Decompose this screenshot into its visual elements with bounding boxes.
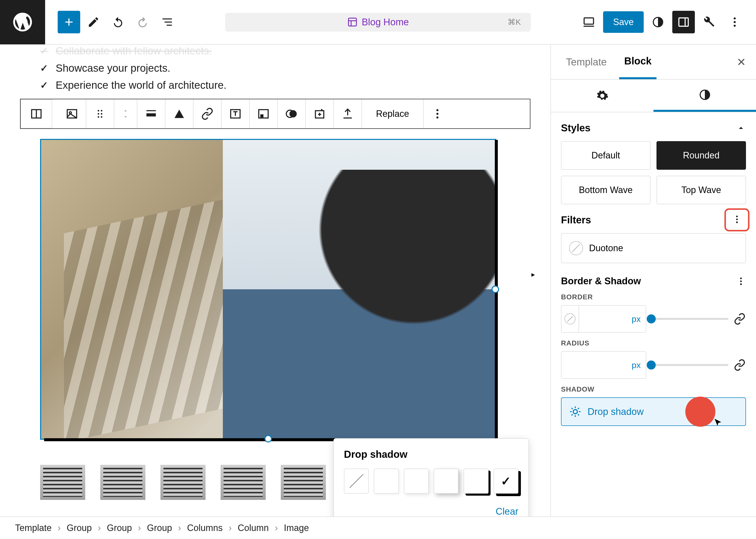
block-options-button[interactable]: [423, 99, 451, 128]
duotone-button[interactable]: [278, 99, 306, 128]
list-item[interactable]: ✓Experience the world of architecture.: [40, 79, 551, 91]
desktop-icon: [582, 16, 595, 28]
subtab-styles[interactable]: [653, 80, 756, 112]
gallery-thumb[interactable]: [100, 465, 145, 500]
gallery-thumb[interactable]: [281, 465, 326, 500]
save-button[interactable]: Save: [603, 11, 644, 33]
upload-button[interactable]: [334, 99, 362, 128]
unlink-icon[interactable]: [733, 313, 746, 325]
border-shadow-heading: Border & Shadow: [561, 276, 641, 286]
radius-label: RADIUS: [561, 339, 746, 347]
view-button[interactable]: [577, 11, 600, 33]
align-icon: [145, 108, 157, 120]
svg-point-29: [436, 116, 438, 118]
crumb[interactable]: Template: [15, 523, 52, 533]
resize-handle-bottom[interactable]: [265, 435, 272, 442]
settings-sidebar-button[interactable]: [672, 11, 695, 33]
shadow-preset-sharp[interactable]: [434, 469, 458, 494]
unlink-icon[interactable]: [733, 359, 746, 371]
align-button[interactable]: [137, 99, 166, 128]
wordpress-logo[interactable]: [0, 0, 45, 44]
more-vertical-icon[interactable]: [736, 276, 746, 286]
border-width-input[interactable]: px: [579, 306, 646, 332]
link-button[interactable]: [193, 99, 222, 128]
shadow-preset-natural[interactable]: [374, 469, 399, 494]
gallery-thumb[interactable]: [40, 465, 85, 500]
document-title-bar[interactable]: Blog Home ⌘K: [225, 13, 531, 32]
gallery-thumb[interactable]: [221, 465, 266, 500]
upload-icon: [341, 108, 354, 120]
list-view-icon: [161, 16, 174, 28]
shadow-preset-none[interactable]: [344, 469, 369, 494]
drop-shadow-popover: Drop shadow Clear: [334, 438, 529, 516]
cursor-indicator: ▸: [531, 270, 535, 278]
more-vertical-icon[interactable]: [732, 214, 742, 224]
image-block[interactable]: [40, 139, 496, 440]
svg-rect-6: [679, 18, 688, 26]
more-vertical-icon: [728, 16, 741, 28]
caption-button[interactable]: [166, 99, 193, 128]
editor-canvas[interactable]: ✓Collaborate with fellow architects. ✓Sh…: [0, 44, 551, 516]
radius-slider[interactable]: [651, 364, 728, 366]
duotone-filter-button[interactable]: Duotone: [561, 233, 746, 263]
add-block-button[interactable]: [58, 11, 80, 33]
border-width-slider[interactable]: [651, 318, 728, 320]
shadow-preset-crisp[interactable]: [493, 469, 518, 494]
svg-rect-3: [584, 18, 594, 24]
undo-button[interactable]: [107, 11, 129, 33]
popover-title: Drop shadow: [344, 449, 518, 460]
click-indicator: [685, 397, 716, 427]
block-type-button[interactable]: [58, 99, 86, 128]
svg-point-8: [734, 17, 736, 19]
sidebar-icon: [677, 16, 690, 28]
list-view-button[interactable]: [156, 11, 179, 33]
global-styles-button[interactable]: [647, 11, 669, 33]
drop-shadow-button[interactable]: Drop shadow: [561, 397, 746, 426]
border-color-button[interactable]: [562, 306, 579, 332]
crumb[interactable]: Column: [238, 523, 269, 533]
drag-handle[interactable]: [86, 99, 114, 128]
tab-block[interactable]: Block: [619, 44, 656, 79]
text-overlay-icon: [229, 108, 242, 120]
crumb[interactable]: Columns: [187, 523, 223, 533]
list-item[interactable]: ✓Showcase your projects.: [40, 62, 551, 74]
chevron-up-icon[interactable]: [736, 123, 746, 133]
style-option-default[interactable]: Default: [561, 141, 650, 170]
redo-button[interactable]: [131, 11, 154, 33]
options-button[interactable]: [723, 11, 746, 33]
resize-handle-right[interactable]: [491, 285, 499, 293]
list-item[interactable]: ✓Collaborate with fellow architects.: [40, 47, 551, 55]
crumb[interactable]: Group: [147, 523, 172, 533]
move-buttons[interactable]: [114, 99, 137, 128]
style-option-rounded[interactable]: Rounded: [656, 141, 746, 170]
svg-point-18: [101, 113, 102, 115]
tools-button[interactable]: [698, 11, 720, 33]
radius-input[interactable]: px: [562, 352, 646, 378]
style-option-bottom-wave[interactable]: Bottom Wave: [561, 176, 650, 204]
keyboard-shortcut: ⌘K: [507, 17, 521, 27]
edit-mode-button[interactable]: [82, 11, 105, 33]
styles-heading: Styles: [561, 122, 590, 134]
svg-point-32: [736, 219, 738, 220]
subtab-settings[interactable]: [551, 80, 653, 112]
shadow-preset-outlined[interactable]: [464, 469, 488, 494]
gallery-thumb[interactable]: [160, 465, 205, 500]
svg-point-17: [98, 113, 99, 115]
filters-heading: Filters: [561, 214, 591, 226]
svg-rect-23: [261, 115, 263, 117]
svg-rect-0: [348, 18, 356, 26]
close-sidebar-button[interactable]: ✕: [737, 56, 746, 68]
replace-button[interactable]: Replace: [362, 99, 423, 128]
crumb[interactable]: Image: [284, 523, 309, 533]
insert-button[interactable]: [306, 99, 334, 128]
crumb[interactable]: Group: [67, 523, 92, 533]
parent-block-button[interactable]: [21, 99, 52, 128]
clear-button[interactable]: Clear: [344, 506, 518, 516]
crumb[interactable]: Group: [107, 523, 132, 533]
crop-button[interactable]: [250, 99, 278, 128]
tab-template[interactable]: Template: [561, 44, 612, 79]
style-option-top-wave[interactable]: Top Wave: [656, 176, 746, 204]
text-button[interactable]: [222, 99, 250, 128]
check-icon: ✓: [40, 63, 48, 74]
shadow-preset-deep[interactable]: [404, 469, 429, 494]
